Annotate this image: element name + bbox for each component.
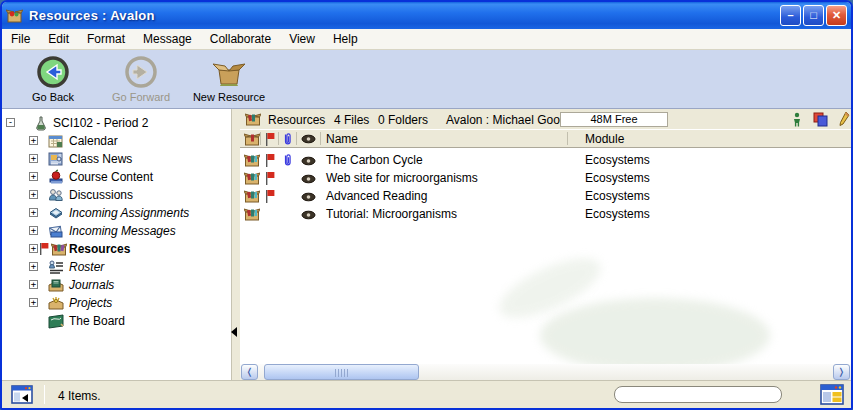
visibility-column-icon[interactable] [301,134,316,144]
visible-eye-icon[interactable] [301,156,316,166]
discussions-icon [48,187,64,203]
collapse-toggle[interactable]: - [6,118,15,127]
tree-item-discussions[interactable]: + Discussions [2,186,231,204]
tree-item-course-content[interactable]: + Course Content [2,168,231,186]
watermark-image [540,298,770,364]
go-back-button[interactable]: Go Back [10,56,96,103]
expand-toggle[interactable]: + [29,154,38,163]
menu-collaborate[interactable]: Collaborate [201,30,280,48]
file-name[interactable]: Advanced Reading [326,189,427,203]
tree-item-label[interactable]: Resources [69,242,130,256]
menu-message[interactable]: Message [134,30,201,48]
tree-item-incoming-messages[interactable]: + Incoming Messages [2,222,231,240]
board-icon [48,313,64,329]
tree-item-projects[interactable]: + Projects [2,294,231,312]
tree-item-label[interactable]: Course Content [69,170,153,184]
file-module[interactable]: Ecosystems [585,189,650,203]
tree-item-journals[interactable]: + Journals [2,276,231,294]
tree-item-label[interactable]: Journals [69,278,114,292]
new-resource-icon [211,56,247,88]
menu-edit[interactable]: Edit [39,30,78,48]
visible-eye-icon[interactable] [301,174,316,184]
status-progress-box [614,386,782,403]
incoming-messages-icon [48,223,64,239]
class-news-icon [48,151,64,167]
tree-item-label[interactable]: Incoming Messages [69,224,176,238]
expand-toggle[interactable]: + [29,190,38,199]
go-back-label: Go Back [32,91,74,103]
column-name[interactable]: Name [326,132,358,146]
expand-toggle[interactable]: + [29,298,38,307]
flag-icon [265,154,275,167]
flag-icon [39,241,49,257]
panel-splitter[interactable] [231,109,240,380]
tree-item-label[interactable]: Calendar [69,134,118,148]
tree-item-label[interactable]: The Board [69,314,125,328]
file-module[interactable]: Ecosystems [585,171,650,185]
menu-help[interactable]: Help [324,30,367,48]
layout-toggle-icon[interactable] [820,384,844,405]
tree-item-label[interactable]: Class News [69,152,132,166]
flag-column-icon[interactable] [265,133,275,146]
files-count: 4 Files [334,113,369,127]
column-module[interactable]: Module [585,132,624,146]
tree-item-the-board[interactable]: The Board [2,312,231,330]
resource-file-icon [244,206,260,222]
expand-toggle[interactable]: + [29,226,38,235]
pencil-icon[interactable] [838,111,850,127]
expand-toggle[interactable]: + [29,208,38,217]
tree-item-label[interactable]: Projects [69,296,112,310]
collapse-panel-icon[interactable] [11,385,33,404]
scroll-left-button[interactable]: 〈 [241,364,258,380]
maximize-button[interactable]: □ [803,5,824,26]
file-module[interactable]: Ecosystems [585,153,650,167]
new-resource-button[interactable]: New Resource [186,56,272,103]
file-name[interactable]: The Carbon Cycle [326,153,423,167]
tree-item-resources[interactable]: + Resources [2,240,231,258]
tree-item-class-news[interactable]: + Class News [2,150,231,168]
tree-item-label[interactable]: Discussions [69,188,133,202]
minimize-button[interactable]: – [780,5,801,26]
file-row-carbon-cycle[interactable]: The Carbon Cycle Ecosystems [240,151,851,169]
splitter-collapse-arrow-icon[interactable] [231,327,237,337]
scroll-right-button[interactable]: 〉 [833,364,850,380]
expand-toggle[interactable]: + [29,172,38,181]
go-forward-button[interactable]: Go Forward [98,56,184,103]
status-divider [44,385,45,404]
file-row-advanced-reading[interactable]: Advanced Reading Ecosystems [240,187,851,205]
attachment-column-icon[interactable] [283,132,292,146]
menu-file[interactable]: File [2,30,39,48]
copy-layers-icon[interactable] [812,112,828,127]
file-module[interactable]: Ecosystems [585,207,650,221]
tree-item-calendar[interactable]: + Calendar [2,132,231,150]
tree-item-incoming-assignments[interactable]: + Incoming Assignments [2,204,231,222]
window-title: Resources : Avalon [29,8,778,23]
title-bar[interactable]: Resources : Avalon – □ ✕ [2,2,851,29]
projects-icon [48,295,64,311]
type-column-icon[interactable] [244,131,260,147]
file-name[interactable]: Tutorial: Microorganisms [326,207,457,221]
visible-eye-icon[interactable] [301,192,316,202]
status-bar: 4 Items. [2,380,851,408]
menu-format[interactable]: Format [78,30,134,48]
menu-view[interactable]: View [280,30,324,48]
expand-toggle[interactable]: + [29,244,38,253]
expand-toggle[interactable]: + [29,262,38,271]
close-button[interactable]: ✕ [826,5,847,26]
resources-box-icon [51,241,67,257]
file-name[interactable]: Web site for microorganisms [326,171,478,185]
scrollbar-thumb[interactable] [264,364,419,380]
tree-root-label[interactable]: SCI102 - Period 2 [53,116,148,130]
tree-item-label[interactable]: Incoming Assignments [69,206,189,220]
expand-toggle[interactable]: + [29,280,38,289]
visible-eye-icon[interactable] [301,210,316,220]
file-row-website[interactable]: Web site for microorganisms Ecosystems [240,169,851,187]
expand-toggle[interactable]: + [29,136,38,145]
horizontal-scrollbar[interactable]: 〈 〉 [240,364,851,380]
tree-item-roster[interactable]: + Roster [2,258,231,276]
person-icon[interactable] [792,112,802,127]
tree-item-label[interactable]: Roster [69,260,104,274]
tree-root-sci102[interactable]: - SCI102 - Period 2 [2,114,231,132]
file-row-tutorial[interactable]: Tutorial: Microorganisms Ecosystems [240,205,851,223]
go-forward-label: Go Forward [112,91,170,103]
